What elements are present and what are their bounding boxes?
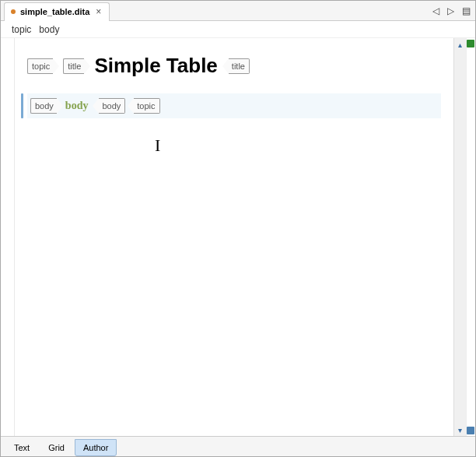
overview-ruler [466,38,475,436]
tab-list-icon[interactable]: ▤ [460,5,472,16]
breadcrumb: topic body [1,21,475,38]
dirty-indicator-icon [11,9,16,14]
tab-author[interactable]: Author [75,439,117,456]
tab-text[interactable]: Text [5,439,38,456]
body-element[interactable]: body body body topic [27,93,441,118]
tag-close-title[interactable]: title [229,58,250,74]
prev-tab-icon[interactable]: ◁ [431,5,441,16]
marker-icon[interactable] [467,427,474,434]
tab-grid[interactable]: Grid [40,439,73,456]
document-canvas[interactable]: topic title Simple Table title body body… [15,38,453,436]
close-icon[interactable]: × [94,6,103,17]
content-area: topic title Simple Table title body body… [1,38,475,436]
editor-window: simple_table.dita × ◁ ▷ ▤ topic body top… [0,0,476,457]
vertical-scrollbar[interactable]: ▴ ▾ ✕ ▴ ▾ [453,38,466,436]
scroll-up-icon[interactable]: ▴ [458,38,462,51]
document-title[interactable]: Simple Table [94,54,217,78]
tag-close-topic[interactable]: topic [134,98,159,114]
scroll-down-icon[interactable]: ▾ [458,424,462,436]
view-mode-tabs: Text Grid Author [1,436,475,456]
next-tab-icon[interactable]: ▷ [446,5,456,16]
tag-open-title[interactable]: title [63,58,84,74]
breadcrumb-item[interactable]: body [39,24,59,35]
tab-nav: ◁ ▷ ▤ [431,5,472,16]
tag-open-topic[interactable]: topic [27,58,53,74]
tab-bar: simple_table.dita × ◁ ▷ ▤ [1,1,475,21]
tag-open-body[interactable]: body [30,98,57,114]
gutter [1,38,15,436]
file-tab[interactable]: simple_table.dita × [4,2,110,21]
tab-title: simple_table.dita [20,7,89,16]
validation-ok-icon [467,40,474,47]
text-cursor-icon: I [155,135,160,156]
body-placeholder[interactable]: body [65,100,89,112]
tag-close-body[interactable]: body [99,98,125,114]
title-element[interactable]: topic title Simple Table title [27,54,441,78]
breadcrumb-item[interactable]: topic [12,24,31,35]
